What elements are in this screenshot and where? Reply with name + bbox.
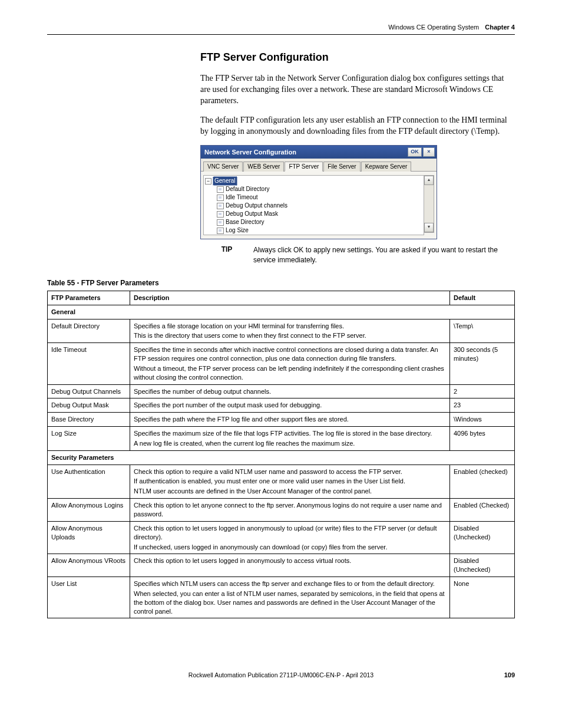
param-name: Idle Timeout — [48, 343, 130, 384]
param-name: Base Directory — [48, 413, 130, 427]
dialog-tabs: VNC Server WEB Server FTP Server File Se… — [201, 159, 437, 172]
table-group-row: General — [48, 305, 515, 319]
tab-file-server[interactable]: File Server — [323, 162, 360, 172]
tip-label: TIP — [200, 245, 253, 264]
param-description: Check this option to require a valid NTL… — [130, 465, 450, 499]
param-description: Check this option to let users logged in… — [130, 554, 450, 577]
param-name: Allow Anonymous Logins — [48, 499, 130, 522]
body-paragraph-1: The FTP Server tab in the Network Server… — [200, 73, 515, 107]
table-caption: Table 55 - FTP Server Parameters — [47, 279, 515, 287]
param-name: Debug Output Channels — [48, 384, 130, 398]
param-default: 300 seconds (5 minutes) — [450, 343, 515, 384]
param-default: None — [450, 577, 515, 618]
property-icon — [217, 195, 224, 201]
table-group-label: General — [48, 305, 515, 319]
tree-item-debug-output-channels[interactable]: Debug Output channels — [205, 202, 422, 210]
param-description: Check this option to let anyone connect … — [130, 499, 450, 522]
table-row: User ListSpecifies which NTLM users can … — [48, 577, 515, 618]
tree-root-label: General — [213, 176, 237, 186]
table-group-row: Security Parameters — [48, 450, 515, 465]
tree-collapse-icon[interactable]: − — [205, 178, 211, 185]
dialog-titlebar: Network Server Configuration OK × — [201, 146, 437, 159]
tree-item-default-directory[interactable]: Default Directory — [205, 185, 422, 193]
scroll-up-icon[interactable]: ▴ — [424, 176, 434, 185]
param-default: 4096 bytes — [450, 427, 515, 451]
property-icon — [217, 211, 224, 218]
dialog-body: − General Default Directory Idle Timeout… — [201, 172, 437, 239]
table-row: Allow Anonymous LoginsCheck this option … — [48, 499, 515, 522]
table-group-label: Security Parameters — [48, 450, 515, 465]
param-description: Specifies a file storage location on you… — [130, 319, 450, 343]
param-name: User List — [48, 577, 130, 618]
col-header-desc: Description — [130, 291, 450, 305]
table-row: Log SizeSpecifies the maximum size of th… — [48, 427, 515, 451]
param-description: Specifies the path where the FTP log fil… — [130, 413, 450, 427]
footer-text: Rockwell Automation Publication 2711P-UM… — [189, 671, 373, 678]
param-default: Enabled (Checked) — [450, 499, 515, 522]
tab-ftp-server[interactable]: FTP Server — [285, 162, 323, 172]
tree-item-base-directory[interactable]: Base Directory — [205, 218, 422, 226]
tab-kepware-server[interactable]: Kepware Server — [361, 162, 412, 172]
table-header-row: FTP Parameters Description Default — [48, 291, 515, 305]
col-header-param: FTP Parameters — [48, 291, 130, 305]
table-row: Base DirectorySpecifies the path where t… — [48, 413, 515, 427]
param-default: Enabled (checked) — [450, 465, 515, 499]
ok-button[interactable]: OK — [408, 147, 422, 157]
tab-vnc-server[interactable]: VNC Server — [203, 162, 243, 172]
param-name: Allow Anonymous Uploads — [48, 521, 130, 554]
param-description: Specifies the maximum size of the file t… — [130, 427, 450, 451]
param-name: Log Size — [48, 427, 130, 451]
tab-web-server[interactable]: WEB Server — [243, 162, 284, 172]
tree-item-log-size[interactable]: Log Size — [205, 226, 422, 235]
table-row: Debug Output ChannelsSpecifies the numbe… — [48, 384, 515, 398]
tree-pane[interactable]: − General Default Directory Idle Timeout… — [203, 175, 424, 235]
param-default: \Windows — [450, 413, 515, 427]
tip-block: TIP Always click OK to apply new setting… — [200, 245, 515, 264]
tree-item-idle-timeout[interactable]: Idle Timeout — [205, 193, 422, 202]
param-name: Allow Anonymous VRoots — [48, 554, 130, 577]
param-default: 2 — [450, 384, 515, 398]
network-server-config-dialog: Network Server Configuration OK × VNC Se… — [200, 145, 437, 239]
scrollbar[interactable]: ▴ ▾ — [424, 175, 434, 233]
close-button[interactable]: × — [423, 147, 435, 157]
param-description: Specifies the number of debug output cha… — [130, 384, 450, 398]
property-icon — [217, 219, 224, 226]
tree-item-debug-output-mask[interactable]: Debug Output Mask — [205, 210, 422, 218]
table-row: Debug Output MaskSpecifies the port numb… — [48, 398, 515, 413]
running-head-text: Windows CE Operating System — [388, 24, 479, 31]
param-description: Specifies the port number of the output … — [130, 398, 450, 413]
property-icon — [217, 228, 224, 234]
table-row: Idle TimeoutSpecifies the time in second… — [48, 343, 515, 384]
param-default: Disabled (Unchecked) — [450, 521, 515, 554]
tree-root[interactable]: − General — [205, 177, 422, 185]
col-header-default: Default — [450, 291, 515, 305]
param-default: 23 — [450, 398, 515, 413]
param-description: Specifies which NTLM users can access th… — [130, 577, 450, 618]
table-row: Use AuthenticationCheck this option to r… — [48, 465, 515, 499]
scroll-down-icon[interactable]: ▾ — [424, 223, 434, 232]
param-name: Use Authentication — [48, 465, 130, 499]
param-default: \Temp\ — [450, 319, 515, 343]
table-row: Allow Anonymous UploadsCheck this option… — [48, 521, 515, 554]
param-default: Disabled (Unchecked) — [450, 554, 515, 577]
section-title: FTP Server Configuration — [200, 51, 515, 64]
page-number: 109 — [504, 671, 515, 678]
param-description: Specifies the time in seconds after whic… — [130, 343, 450, 384]
table-row: Default DirectorySpecifies a file storag… — [48, 319, 515, 343]
property-icon — [217, 203, 224, 209]
param-description: Check this option to let users logged in… — [130, 521, 450, 554]
body-paragraph-2: The default FTP configuration lets any u… — [200, 115, 515, 137]
property-icon — [217, 186, 224, 193]
param-name: Default Directory — [48, 319, 130, 343]
dialog-title: Network Server Configuration — [204, 149, 406, 156]
ftp-parameters-table: FTP Parameters Description Default Gener… — [47, 291, 515, 619]
chapter-label: Chapter 4 — [485, 24, 515, 31]
page-footer: Rockwell Automation Publication 2711P-UM… — [47, 671, 515, 678]
running-header: Windows CE Operating System Chapter 4 — [47, 24, 515, 35]
table-row: Allow Anonymous VRootsCheck this option … — [48, 554, 515, 577]
tip-text: Always click OK to apply new settings. Y… — [253, 245, 515, 264]
param-name: Debug Output Mask — [48, 398, 130, 413]
